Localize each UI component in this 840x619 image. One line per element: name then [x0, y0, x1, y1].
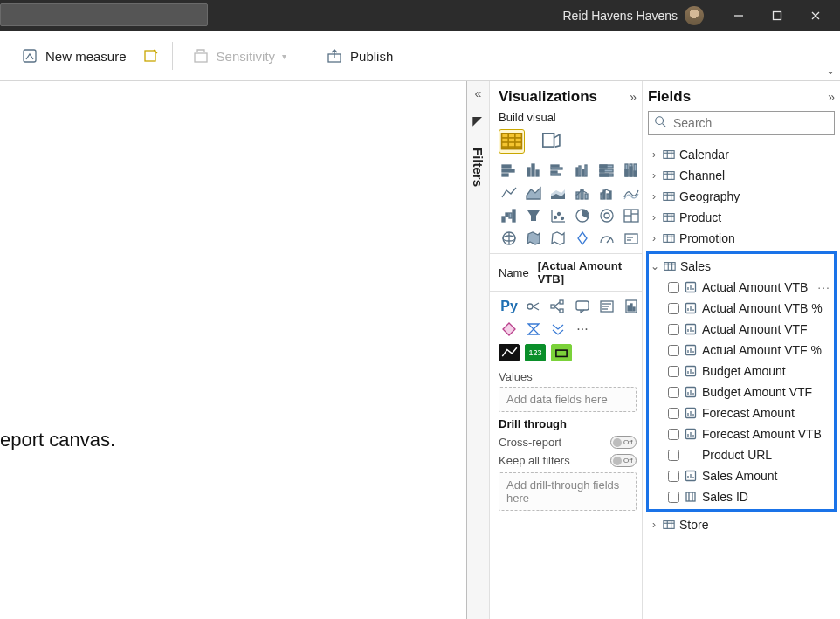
field-forecast-amount[interactable]: Forecast Amount: [649, 402, 834, 423]
user-avatar-icon[interactable]: [685, 6, 704, 25]
viz-power-automate-icon[interactable]: [523, 320, 544, 339]
table-store[interactable]: › Store: [648, 514, 835, 535]
viz-card-icon[interactable]: [621, 229, 642, 248]
viz-treemap-icon[interactable]: [621, 206, 642, 225]
fields-collapse-icon[interactable]: »: [828, 90, 835, 104]
field-product-url[interactable]: Product URL: [649, 444, 834, 465]
sensitivity-button[interactable]: Sensitivity ▾: [185, 40, 294, 72]
field-budget-amount-vtf[interactable]: Budget Amount VTF: [649, 382, 834, 402]
publish-button[interactable]: Publish: [319, 40, 400, 72]
viz-get-more-icon[interactable]: [547, 320, 568, 339]
values-dropzone[interactable]: Add data fields here: [499, 387, 637, 412]
cross-report-toggle[interactable]: Off: [610, 436, 637, 449]
collapse-filters-chevron-icon[interactable]: «: [475, 86, 482, 100]
table-icon: [663, 233, 675, 244]
format-visual-mode-button[interactable]: [539, 129, 565, 154]
svg-line-97: [663, 124, 666, 127]
viz-paginated-report-icon[interactable]: [621, 297, 642, 316]
table-sales[interactable]: ⌄ Sales: [649, 256, 834, 277]
field-checkbox[interactable]: [668, 450, 679, 461]
svg-line-77: [533, 306, 539, 310]
viz-donut-icon[interactable]: [596, 206, 617, 225]
field-actual-amount-vtf[interactable]: Actual Amount VTF: [649, 319, 834, 340]
field-checkbox[interactable]: [668, 471, 679, 482]
viz-stacked-bar-icon[interactable]: [499, 161, 520, 180]
field-checkbox[interactable]: [668, 387, 679, 398]
svg-point-63: [604, 213, 609, 218]
fields-title: Fields: [648, 88, 691, 106]
viz-100-stacked-bar-icon[interactable]: [596, 161, 617, 180]
filters-label[interactable]: Filters: [471, 148, 485, 187]
viz-decomposition-tree-icon[interactable]: [547, 297, 568, 316]
viz-waterfall-icon[interactable]: [499, 206, 520, 225]
viz-gauge-icon[interactable]: [596, 229, 617, 248]
close-button[interactable]: [796, 0, 835, 31]
field-checkbox[interactable]: [668, 282, 679, 293]
appsource-green-badge-icon[interactable]: 123: [525, 344, 546, 361]
ribbon-expand-chevron-icon[interactable]: ⌄: [826, 65, 835, 77]
field-checkbox[interactable]: [668, 303, 679, 314]
viz-area-icon[interactable]: [523, 183, 544, 203]
viz-pie-icon[interactable]: [572, 206, 593, 225]
fields-search[interactable]: [648, 111, 835, 135]
fields-search-input[interactable]: [671, 115, 829, 131]
visual-name-label: Name: [499, 266, 529, 279]
viz-stacked-column-icon[interactable]: [523, 161, 544, 180]
table-channel[interactable]: › Channel: [648, 165, 835, 186]
build-visual-mode-button[interactable]: [499, 129, 525, 154]
viz-more-options-icon[interactable]: ···: [572, 320, 593, 339]
field-label: Actual Amount VTF %: [702, 343, 834, 357]
quick-measure-icon[interactable]: [142, 47, 160, 65]
filters-marker-icon[interactable]: ◣: [472, 117, 485, 127]
titlebar-search-box[interactable]: [0, 3, 208, 26]
viz-map-icon[interactable]: [499, 229, 520, 248]
viz-clustered-column-icon[interactable]: [572, 161, 593, 180]
appsource-black-icon[interactable]: [499, 344, 520, 361]
visualizations-collapse-icon[interactable]: »: [630, 90, 637, 104]
viz-clustered-bar-icon[interactable]: [547, 161, 568, 180]
field-checkbox[interactable]: [668, 429, 679, 440]
drill-through-dropzone[interactable]: Add drill-through fields here: [499, 472, 637, 511]
viz-line-stacked-column-icon[interactable]: [572, 183, 593, 203]
viz-line-clustered-column-icon[interactable]: [596, 183, 617, 203]
svg-rect-90: [630, 304, 632, 311]
field-sales-id[interactable]: Sales ID: [649, 486, 834, 507]
viz-power-apps-icon[interactable]: [499, 320, 520, 339]
field-checkbox[interactable]: [668, 345, 679, 356]
appsource-lime-icon[interactable]: [551, 344, 572, 361]
viz-key-influencers-icon[interactable]: [523, 297, 544, 316]
viz-100-stacked-column-icon[interactable]: [621, 161, 642, 180]
measure-icon: [685, 428, 697, 440]
viz-line-icon[interactable]: [499, 183, 520, 203]
viz-scatter-icon[interactable]: [547, 206, 568, 225]
field-checkbox[interactable]: [668, 408, 679, 419]
new-measure-button[interactable]: New measure: [14, 40, 134, 72]
field-checkbox[interactable]: [668, 366, 679, 377]
field-more-icon[interactable]: ···: [817, 280, 830, 294]
report-canvas[interactable]: eport canvas.: [0, 81, 467, 619]
field-actual-amount-vtf-[interactable]: Actual Amount VTF %: [649, 340, 834, 361]
field-sales-amount[interactable]: Sales Amount: [649, 465, 834, 486]
field-checkbox[interactable]: [668, 324, 679, 335]
field-checkbox[interactable]: [668, 492, 679, 503]
table-calendar[interactable]: › Calendar: [648, 144, 835, 165]
field-budget-amount[interactable]: Budget Amount: [649, 361, 834, 382]
table-product[interactable]: › Product: [648, 207, 835, 228]
maximize-button[interactable]: [758, 0, 796, 31]
table-geography[interactable]: › Geography: [648, 186, 835, 207]
viz-funnel-icon[interactable]: [523, 206, 544, 225]
minimize-button[interactable]: [720, 0, 758, 31]
field-actual-amount-vtb[interactable]: Actual Amount VTB···: [649, 277, 834, 298]
viz-arcgis-icon[interactable]: [572, 229, 593, 248]
field-actual-amount-vtb-[interactable]: Actual Amount VTB %: [649, 298, 834, 319]
field-forecast-amount-vtb[interactable]: Forecast Amount VTB: [649, 423, 834, 444]
table-promotion[interactable]: › Promotion: [648, 228, 835, 249]
viz-python-icon[interactable]: Py: [499, 297, 520, 316]
viz-stacked-area-icon[interactable]: [547, 183, 568, 203]
viz-qa-icon[interactable]: [572, 297, 593, 316]
viz-filled-map-icon[interactable]: [523, 229, 544, 248]
keep-all-filters-toggle[interactable]: Off: [610, 454, 637, 467]
viz-azure-map-icon[interactable]: [547, 229, 568, 248]
viz-ribbon-icon[interactable]: [621, 183, 642, 203]
viz-smart-narrative-icon[interactable]: [596, 297, 617, 316]
